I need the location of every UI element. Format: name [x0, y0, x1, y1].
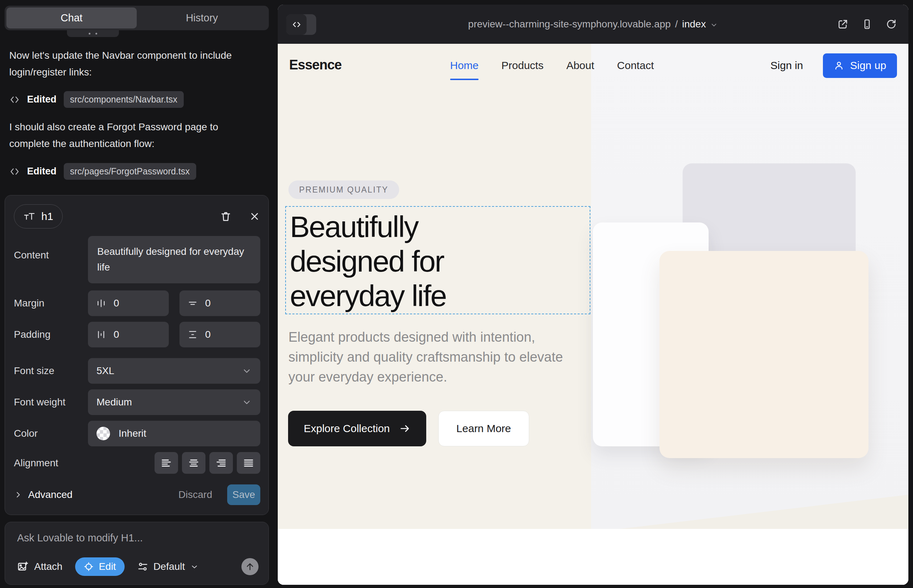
content-label: Content [14, 249, 88, 261]
hero-section: PREMIUM QUALITY Beautifully designed for… [278, 87, 908, 529]
align-justify-button[interactable] [237, 452, 260, 474]
url-page: index [682, 18, 706, 30]
edited-label: Edited [27, 94, 57, 105]
chevron-down-icon [710, 21, 718, 29]
learn-more-button[interactable]: Learn More [438, 411, 529, 446]
preview-browser-bar: preview--charming-site-symphony.lovable.… [278, 5, 908, 44]
padding-vertical-icon [187, 329, 198, 340]
font-weight-row: Font weight Medium [14, 389, 260, 415]
refresh-button[interactable] [885, 18, 897, 30]
font-weight-select[interactable]: Medium [88, 389, 260, 415]
font-size-select[interactable]: 5XL [88, 358, 260, 384]
trash-icon [220, 210, 232, 223]
send-button[interactable] [241, 558, 259, 575]
content-textarea[interactable]: Beautifully designed for everyday life [88, 236, 260, 283]
font-weight-label: Font weight [14, 396, 88, 408]
sliders-icon [138, 561, 148, 572]
editor-header: h1 [14, 204, 260, 229]
tab-chat[interactable]: Chat [6, 8, 137, 29]
lovable-app: Chat History Now let's update the Navbar… [0, 0, 913, 588]
sign-in-link[interactable]: Sign in [771, 60, 803, 71]
chat-history-tabbar: Chat History [5, 6, 269, 30]
margin-label: Margin [14, 297, 88, 309]
color-select[interactable]: Inherit [88, 421, 260, 446]
alignment-row: Alignment [14, 452, 260, 474]
code-icon [9, 166, 20, 177]
site-logo[interactable]: Essence [289, 57, 342, 73]
margin-horizontal-icon [96, 298, 107, 309]
assistant-message: I should also create a Forgot Password p… [9, 118, 244, 152]
margin-row: Margin 0 0 [14, 291, 260, 316]
edited-file-row: Edited src/pages/ForgotPassword.tsx [9, 163, 196, 180]
smartphone-icon [861, 18, 873, 30]
prompt-composer: Ask Lovable to modify H1... Attach [5, 522, 269, 585]
hero-badge: PREMIUM QUALITY [288, 181, 399, 199]
save-button[interactable]: Save [227, 485, 260, 505]
padding-row: Padding 0 0 [14, 322, 260, 347]
chevron-right-icon [14, 491, 23, 499]
tab-history[interactable]: History [137, 8, 267, 29]
align-center-icon [188, 457, 200, 469]
target-icon [84, 562, 94, 572]
margin-vertical-icon [187, 298, 198, 309]
margin-x-input[interactable]: 0 [88, 291, 169, 316]
site-nav-links: Home Products About Contact [450, 44, 654, 87]
align-left-button[interactable] [155, 452, 178, 474]
image-plus-icon [17, 561, 29, 572]
edited-file-chip[interactable]: src/components/Navbar.tsx [64, 91, 184, 108]
site-preview: Essence Home Products About Contact Sign… [278, 44, 908, 585]
nav-link-contact[interactable]: Contact [617, 60, 654, 71]
type-icon [24, 212, 36, 221]
align-right-button[interactable] [209, 452, 233, 474]
align-justify-icon [243, 457, 254, 469]
font-size-row: Font size 5XL [14, 358, 260, 384]
content-row: Content Beautifully designed for everyda… [14, 236, 260, 283]
font-size-label: Font size [14, 365, 88, 376]
align-left-icon [160, 457, 172, 469]
advanced-toggle[interactable]: Advanced [14, 489, 73, 501]
model-selector[interactable]: Default [138, 561, 199, 572]
sign-up-button[interactable]: Sign up [823, 53, 897, 78]
preview-url[interactable]: preview--charming-site-symphony.lovable.… [278, 5, 908, 44]
edited-file-chip[interactable]: src/pages/ForgotPassword.tsx [64, 163, 196, 180]
chevron-down-icon [242, 366, 252, 376]
color-row: Color Inherit [14, 421, 260, 446]
padding-x-input[interactable]: 0 [88, 322, 169, 347]
alignment-label: Alignment [14, 457, 88, 469]
element-editor-panel: h1 Content Beautifully designed for ever… [5, 195, 269, 515]
url-domain: preview--charming-site-symphony.lovable.… [468, 18, 671, 30]
nav-link-home[interactable]: Home [450, 60, 479, 71]
explore-collection-button[interactable]: Explore Collection [288, 411, 426, 446]
hero-paragraph: Elegant products designed with intention… [288, 327, 577, 387]
open-in-new-tab-button[interactable] [837, 18, 848, 30]
align-right-icon [215, 457, 227, 469]
prompt-input[interactable]: Ask Lovable to modify H1... [17, 532, 259, 544]
arrow-right-icon [399, 423, 411, 434]
color-label: Color [14, 428, 88, 439]
chevron-down-icon [190, 562, 199, 571]
selected-element-tag[interactable]: h1 [14, 204, 63, 228]
refresh-icon [885, 18, 897, 30]
assistant-message: Now let's update the Navbar component to… [9, 47, 244, 81]
delete-element-button[interactable] [220, 210, 232, 223]
hero-heading[interactable]: Beautifully designed for everyday life [290, 210, 446, 313]
chevron-down-icon [242, 397, 252, 407]
padding-y-input[interactable]: 0 [180, 322, 260, 347]
user-icon [834, 60, 844, 71]
arrow-up-icon [245, 562, 255, 572]
nav-link-products[interactable]: Products [501, 60, 543, 71]
preview-panel: preview--charming-site-symphony.lovable.… [278, 5, 908, 585]
margin-y-input[interactable]: 0 [180, 291, 260, 316]
close-editor-button[interactable] [249, 211, 260, 222]
scrolled-badge-peek [67, 30, 119, 37]
attach-button[interactable]: Attach [17, 561, 62, 572]
edit-mode-pill[interactable]: Edit [75, 557, 124, 576]
discard-button[interactable]: Discard [178, 489, 212, 501]
url-separator: / [675, 18, 678, 30]
edited-label: Edited [27, 166, 57, 177]
nav-link-about[interactable]: About [566, 60, 594, 71]
external-link-icon [837, 18, 848, 30]
align-center-button[interactable] [182, 452, 206, 474]
color-swatch-transparent [97, 427, 110, 440]
mobile-view-button[interactable] [861, 18, 873, 30]
